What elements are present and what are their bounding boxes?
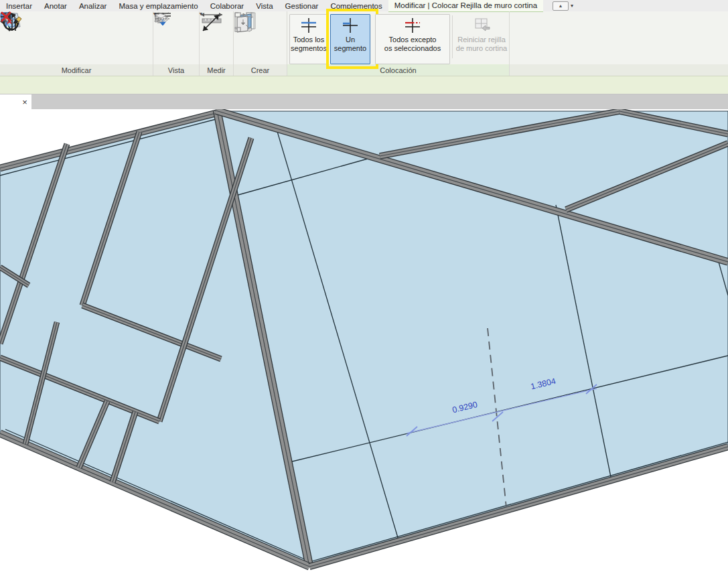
grid-reset-icon — [472, 17, 491, 34]
panel-label-colocacion: Colocación — [287, 64, 509, 76]
tab-masa[interactable]: Masa y emplazamiento — [113, 0, 204, 11]
panel-modificar: Modificar — [0, 11, 153, 76]
3d-view[interactable]: 0.9290 1.3804 — [0, 109, 728, 576]
ribbon-filler — [510, 11, 728, 76]
panel-label-modificar: Modificar — [0, 64, 153, 76]
tab-modificar-contextual[interactable]: Modificar | Colocar Rejilla de muro cort… — [388, 0, 543, 12]
tab-complementos[interactable]: Complementos — [324, 0, 388, 11]
ribbon-tab-bar: Insertar Anotar Analizar Masa y emplazam… — [0, 0, 728, 11]
tab-analizar[interactable]: Analizar — [73, 0, 113, 11]
all-segments-icon — [300, 17, 317, 34]
tab-insertar[interactable]: Insertar — [0, 0, 38, 11]
tab-gestionar[interactable]: Gestionar — [279, 0, 325, 11]
tab-vista[interactable]: Vista — [250, 0, 279, 11]
panel-label-vista: Vista — [153, 64, 199, 76]
diagram-icon[interactable] — [234, 11, 254, 34]
close-view-icon[interactable]: × — [18, 95, 31, 109]
panel-colocacion: Todos los segmentos Un segmento Todos — [287, 11, 510, 76]
ribbon-collapse-button[interactable]: ▲ ▾ — [553, 1, 573, 11]
todos-excepto-seleccionados-button[interactable]: Todos excepto os seleccionados — [375, 14, 450, 64]
panel-vista: ▾ ▾ Vista — [153, 11, 200, 76]
delete-icon[interactable] — [0, 11, 12, 22]
options-bar — [0, 76, 728, 94]
view-tab-bar: × — [0, 94, 728, 109]
ribbon: Modificar ▾ ▾ Vista — [0, 11, 728, 76]
todos-los-segmentos-button[interactable]: Todos los segmentos — [289, 14, 328, 64]
box-3d-icon[interactable] — [153, 11, 168, 23]
panel-label-crear: Crear — [234, 64, 287, 76]
collapse-panel-icon: ▲ — [553, 1, 569, 11]
un-segmento-button[interactable]: Un segmento — [330, 14, 370, 64]
panel-medir: ▾ ▾ Medir — [200, 11, 234, 76]
all-except-selected-icon — [404, 17, 421, 34]
chevron-down-icon[interactable]: ▾ — [200, 11, 202, 17]
chevron-down-icon: ▾ — [571, 3, 573, 9]
panel-crear: Crear — [234, 11, 287, 76]
one-segment-icon — [342, 17, 359, 34]
massing-surface[interactable] — [0, 111, 728, 567]
drawing-area[interactable]: 0.9290 1.3804 — [0, 109, 728, 576]
measure-diagonal-icon[interactable] — [200, 11, 222, 34]
tab-anotar[interactable]: Anotar — [38, 0, 73, 11]
view-tab: × — [0, 94, 31, 109]
tab-colaborar[interactable]: Colaborar — [204, 0, 250, 11]
reiniciar-rejilla-button[interactable]: Reiniciar rejilla de muro cortina — [455, 14, 508, 64]
panel-label-medir: Medir — [200, 64, 233, 76]
